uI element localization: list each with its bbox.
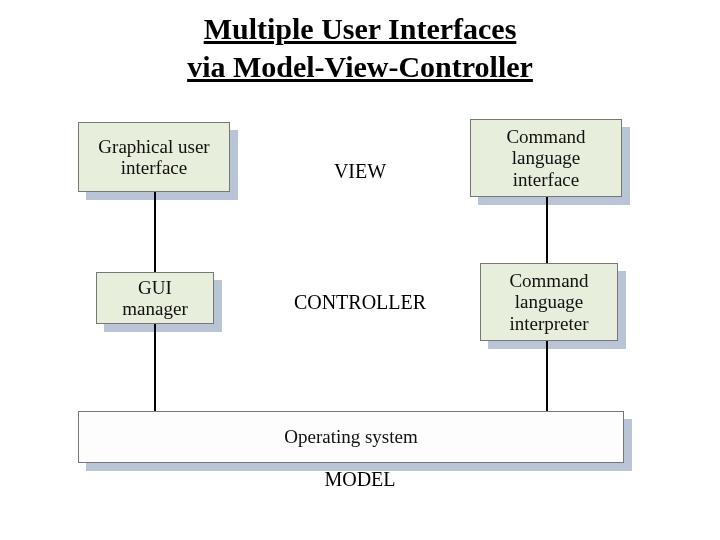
box-cmd-interface: Command language interface [470, 119, 622, 197]
diagram-canvas: Graphical user interface Command languag… [0, 0, 720, 540]
box-gui-manager: GUI manager [96, 272, 214, 324]
box-operating-system: Operating system [78, 411, 624, 463]
row-label-model: MODEL [270, 468, 450, 491]
row-label-view: VIEW [270, 160, 450, 183]
box-cmd-interpreter: Command language interpreter [480, 263, 618, 341]
row-label-controller: CONTROLLER [270, 291, 450, 314]
box-gui: Graphical user interface [78, 122, 230, 192]
